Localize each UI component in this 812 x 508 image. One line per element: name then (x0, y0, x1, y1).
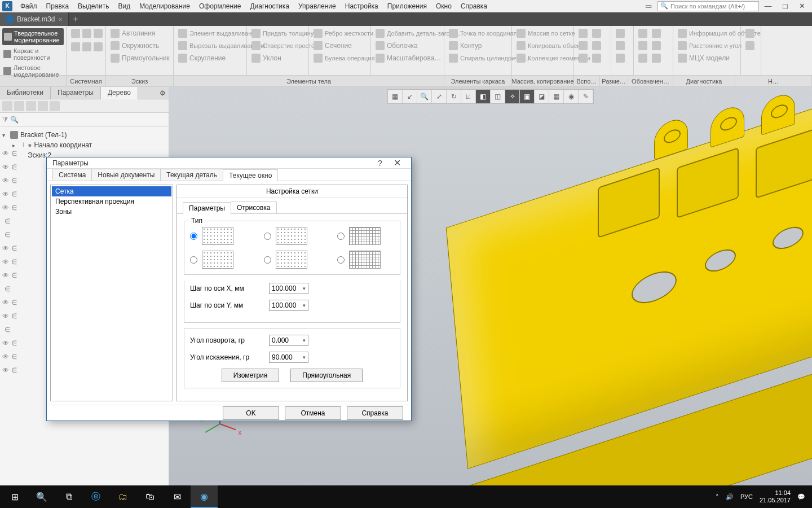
subtab-rendering[interactable]: Отрисовка (231, 202, 277, 213)
tray-volume-icon[interactable]: 🔊 (726, 493, 734, 501)
menu-manage[interactable]: Управление (294, 1, 341, 11)
tree-tb4[interactable] (38, 101, 48, 111)
vis-row[interactable]: 👁∈ (0, 174, 28, 187)
document-tab[interactable]: Bracket.m3d × (0, 12, 69, 26)
vt-render-icon[interactable]: ◉ (564, 90, 579, 103)
cmd-dim3[interactable] (615, 53, 630, 63)
menu-window[interactable]: Окно (431, 1, 456, 11)
mode-surface[interactable]: Каркас и поверхности (2, 46, 64, 62)
search-button[interactable]: 🔍 (28, 485, 55, 508)
tree-root[interactable]: ▾Bracket (Тел-1) (2, 130, 166, 140)
close-tab-icon[interactable]: × (58, 15, 63, 24)
menu-apps[interactable]: Приложения (383, 1, 431, 11)
vis-row[interactable]: 👁∈ (0, 296, 28, 309)
tray-clock[interactable]: 11:04 21.05.2017 (760, 489, 791, 504)
cmd-aux2[interactable] (591, 28, 602, 38)
menu-diagnostics[interactable]: Диагностика (245, 1, 294, 11)
cmd-dim2[interactable] (615, 41, 630, 51)
close-button[interactable]: ✕ (794, 1, 810, 12)
vis-row[interactable]: 👁∈ (0, 309, 28, 323)
vt-color-icon[interactable]: ▦ (549, 90, 564, 103)
vis-row[interactable]: 👁∈ (0, 336, 28, 350)
grid-type-6[interactable] (337, 251, 394, 269)
cmd-aux4[interactable] (591, 41, 602, 51)
vt-section-icon[interactable]: ◪ (535, 90, 549, 103)
left-tab-libraries[interactable]: Библиотеки (0, 87, 51, 99)
vt-zoom-icon[interactable]: 🔍 (417, 90, 432, 103)
menu-file[interactable]: Файл (16, 1, 42, 11)
list-item-perspective[interactable]: Перспективная проекция (52, 196, 171, 207)
step-x-input[interactable]: 100.000▾ (269, 283, 308, 294)
menu-modeling[interactable]: Моделирование (135, 1, 195, 11)
rectangular-button[interactable]: Прямоугольная (290, 369, 363, 382)
vt-fit-icon[interactable]: ⤢ (432, 90, 447, 103)
cancel-button[interactable]: Отмена (285, 406, 341, 420)
vis-row[interactable]: ∈ (0, 282, 28, 296)
left-tab-parameters[interactable]: Параметры (51, 87, 101, 99)
vt-wire-icon[interactable]: ◫ (491, 90, 505, 103)
vt-grid-icon[interactable]: ▦ (388, 90, 403, 103)
grid-type-5[interactable] (264, 251, 321, 269)
list-item-grid[interactable]: Сетка (52, 186, 171, 196)
store-icon[interactable]: 🛍 (136, 485, 164, 508)
cmd-an1[interactable] (637, 28, 648, 38)
vis-row[interactable]: ∈ (0, 214, 28, 228)
vt-edges-icon[interactable]: ✧ (505, 90, 520, 103)
menu-settings[interactable]: Настройка (341, 1, 383, 11)
edge-icon[interactable]: ⓔ (82, 485, 109, 508)
minimize-button[interactable]: — (760, 1, 776, 12)
vis-row[interactable]: 👁∈ (0, 147, 28, 160)
list-item-zones[interactable]: Зоны (52, 207, 171, 217)
tree-tb1[interactable] (2, 101, 12, 111)
cmd-rect[interactable]: Прямоугольник (109, 53, 171, 63)
tray-notifications-icon[interactable]: 💬 (797, 493, 805, 501)
cmd-section[interactable]: Сечение (312, 41, 376, 51)
angle-skew-input[interactable]: 90.000▾ (269, 352, 308, 363)
filter-icon[interactable]: ⧩ (2, 116, 8, 124)
menu-layout[interactable]: Оформление (195, 1, 245, 11)
command-search[interactable]: 🔍Поиск по командам (Alt+/) (657, 1, 759, 11)
start-button[interactable]: ⊞ (1, 485, 28, 508)
left-tab-tree[interactable]: Дерево (101, 87, 138, 99)
dtab-current-part[interactable]: Текущая деталь (160, 169, 223, 181)
panel-settings-icon[interactable]: ⚙ (156, 87, 169, 99)
search-icon[interactable]: 🔍 (10, 116, 19, 124)
mail-icon[interactable]: ✉ (164, 485, 191, 508)
cmd-open[interactable] (70, 42, 104, 52)
vt-edit-icon[interactable]: ✎ (579, 90, 593, 103)
subtab-parameters[interactable]: Параметры (183, 202, 231, 214)
tree-tb3[interactable] (26, 101, 36, 111)
mode-solid[interactable]: Твердотельное моделирование (2, 28, 64, 45)
help-button[interactable]: Справка (347, 406, 403, 420)
vis-row[interactable]: 👁∈ (0, 364, 28, 377)
isometry-button[interactable]: Изометрия (222, 369, 280, 382)
grid-type-4[interactable] (190, 251, 247, 269)
vis-row[interactable]: ∈ (0, 228, 28, 242)
cmd-aux1[interactable] (577, 28, 589, 38)
dtab-current-window[interactable]: Текущее окно (223, 169, 278, 181)
menu-view[interactable]: Вид (113, 1, 135, 11)
ok-button[interactable]: OK (223, 406, 279, 420)
kompas-taskbar-icon[interactable]: ◉ (191, 485, 218, 508)
cmd-rib[interactable]: Ребро жесткости (312, 28, 376, 38)
grid-type-2[interactable] (264, 227, 321, 245)
vis-row[interactable]: 👁∈ (0, 160, 28, 174)
cmd-an2[interactable] (651, 28, 662, 38)
explorer-icon[interactable]: 🗂 (109, 485, 136, 508)
dialog-titlebar[interactable]: Параметры ? ✕ (47, 157, 411, 169)
cmd-aux3[interactable] (577, 41, 589, 51)
cmd-an4[interactable] (651, 41, 662, 51)
grid-type-3[interactable] (337, 227, 394, 245)
cmd-dim1[interactable] (615, 28, 630, 38)
vis-row[interactable]: 👁∈ (0, 350, 28, 364)
vis-row[interactable]: ∈ (0, 323, 28, 336)
vt-hidden-icon[interactable]: ▣ (520, 90, 535, 103)
cmd-an6[interactable] (651, 53, 662, 63)
vis-row[interactable]: 👁∈ (0, 242, 28, 255)
dtab-newdoc[interactable]: Новые документы (91, 169, 161, 181)
tree-tb2[interactable] (14, 101, 24, 111)
vis-row[interactable]: 👁∈ (0, 255, 28, 269)
cmd-aux5[interactable] (577, 53, 589, 63)
cmd-boolean[interactable]: Булева операция (312, 53, 376, 63)
vt-ortho-icon[interactable]: ⟀ (461, 90, 476, 103)
